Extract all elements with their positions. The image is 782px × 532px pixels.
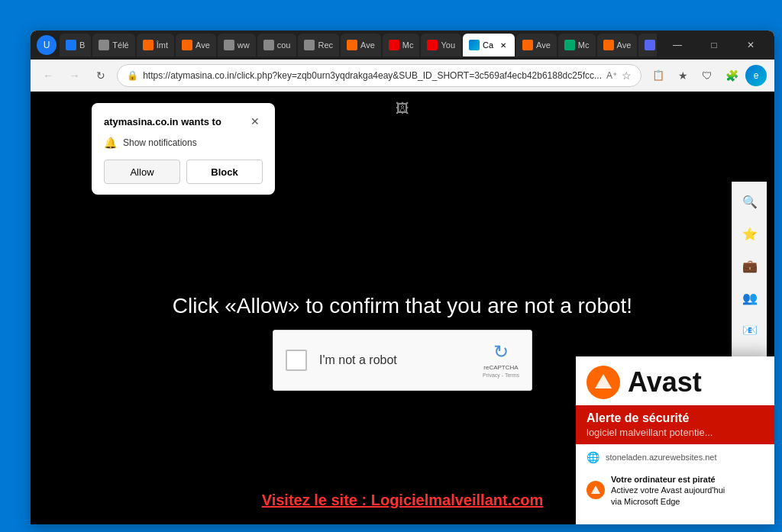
tab-you-icon bbox=[427, 40, 438, 50]
popup-close-button[interactable]: ✕ bbox=[247, 114, 263, 129]
tab-ca-label: Ca bbox=[483, 40, 493, 50]
recaptcha-logo: ↻ reCAPTCHAPrivacy - Terms bbox=[483, 341, 519, 379]
tab-ca-icon bbox=[469, 40, 480, 50]
tab-pre[interactable]: Pre bbox=[638, 34, 657, 56]
popup-notification-row: 🔔 Show notifications bbox=[104, 137, 263, 149]
maximize-button[interactable]: □ bbox=[696, 34, 732, 56]
tab-mc1-icon bbox=[389, 40, 399, 50]
refresh-button[interactable]: ↻ bbox=[91, 65, 111, 86]
tab-bar: B Télé Îmt Ave ww cou bbox=[60, 34, 657, 56]
tab-mc2-icon bbox=[564, 40, 575, 50]
tab-ww[interactable]: ww bbox=[218, 34, 256, 56]
avast-alert-bar: Alerte de sécurité logiciel malveillant … bbox=[576, 405, 774, 444]
recaptcha-icon: ↻ bbox=[493, 341, 509, 363]
browser-essentials-icon[interactable]: 🛡 bbox=[696, 65, 718, 86]
tab-imt[interactable]: Îmt bbox=[137, 34, 174, 56]
tab-rec[interactable]: Rec bbox=[298, 34, 339, 56]
avast-action-row: Votre ordinateur est piraté Activez votr… bbox=[576, 469, 774, 511]
avast-action-line1: Votre ordinateur est piraté bbox=[611, 475, 716, 484]
sidebar-shopping-icon[interactable]: 💼 bbox=[736, 252, 764, 279]
block-button[interactable]: Block bbox=[186, 160, 263, 184]
recaptcha-label: I'm not a robot bbox=[319, 353, 470, 367]
avast-edge-icon: 🌐 bbox=[586, 451, 599, 463]
tab-cou-icon bbox=[263, 40, 274, 50]
allow-button[interactable]: Allow bbox=[104, 160, 180, 184]
tab-mc2[interactable]: Mc bbox=[558, 34, 596, 56]
recaptcha-sub: Privacy - Terms bbox=[483, 372, 519, 378]
tab-ave4[interactable]: Ave bbox=[597, 34, 638, 56]
tab-ave2[interactable]: Ave bbox=[341, 34, 381, 56]
close-button[interactable]: ✕ bbox=[733, 34, 768, 56]
tab-cou[interactable]: cou bbox=[257, 34, 297, 56]
lock-icon: 🔒 bbox=[127, 70, 138, 81]
notification-popup: atymasina.co.in wants to ✕ 🔔 Show notifi… bbox=[92, 103, 275, 195]
tab-ave4-icon bbox=[603, 40, 614, 50]
popup-notification-text: Show notifications bbox=[123, 137, 197, 148]
main-text: Click «Allow» to confirm that you are no… bbox=[173, 293, 632, 318]
tab-ca-active[interactable]: Ca ✕ bbox=[463, 34, 515, 56]
back-button[interactable]: ← bbox=[38, 65, 58, 86]
tab-mc1[interactable]: Mc bbox=[383, 34, 420, 56]
tab-ave4-label: Ave bbox=[617, 40, 632, 50]
bottom-text: Visitez le site : Logicielmalveillant.co… bbox=[262, 492, 544, 509]
read-aloud-icon: A⁺ bbox=[606, 70, 617, 81]
tab-ave1[interactable]: Ave bbox=[176, 34, 216, 56]
tab-imt-label: Îmt bbox=[157, 40, 168, 50]
tab-ave3-icon bbox=[522, 40, 533, 50]
sidebar-outlook-icon[interactable]: 📧 bbox=[736, 316, 764, 343]
bell-icon: 🔔 bbox=[104, 137, 117, 149]
tab-ave2-icon bbox=[347, 40, 357, 50]
tab-rec-icon bbox=[304, 40, 315, 50]
tab-ave3-label: Ave bbox=[536, 40, 551, 50]
tab-mc1-label: Mc bbox=[402, 40, 414, 50]
tab-b-label: B bbox=[79, 40, 85, 50]
edge-icon[interactable]: e bbox=[745, 65, 767, 86]
tab-you-label: You bbox=[441, 40, 455, 50]
avast-action-text: Votre ordinateur est piraté Activez votr… bbox=[611, 474, 725, 507]
popup-buttons: Allow Block bbox=[104, 160, 263, 184]
avast-logo-icon bbox=[586, 366, 620, 399]
favorites-icon[interactable]: ★ bbox=[672, 65, 693, 86]
avast-brand-text: Avast bbox=[628, 369, 700, 396]
address-actions: 📋 ★ 🛡 🧩 e bbox=[648, 65, 767, 86]
sidebar-people-icon[interactable]: 👥 bbox=[736, 284, 764, 311]
recaptcha-checkbox[interactable] bbox=[286, 350, 307, 371]
tab-ave1-icon bbox=[182, 40, 192, 50]
tab-ave1-label: Ave bbox=[196, 40, 210, 50]
popup-header: atymasina.co.in wants to ✕ bbox=[104, 114, 263, 129]
address-bar: ← → ↻ 🔒 https://atymasina.co.in/click.ph… bbox=[31, 60, 774, 92]
tab-mc2-label: Mc bbox=[578, 40, 590, 50]
svg-marker-0 bbox=[595, 374, 612, 389]
profile-icon[interactable]: U bbox=[37, 35, 57, 55]
tab-cou-label: cou bbox=[277, 40, 291, 50]
window-controls: — □ ✕ bbox=[660, 34, 768, 56]
avast-notification: Avast Alerte de sécurité logiciel malvei… bbox=[576, 356, 774, 524]
sidebar-favorites-icon[interactable]: ⭐ bbox=[736, 220, 764, 247]
avast-action-line2: Activez votre Avast aujourd'hui bbox=[611, 485, 725, 495]
avast-detail-row: 🌐 stoneladen.azurewebsites.net bbox=[576, 444, 774, 469]
tab-tele[interactable]: Télé bbox=[92, 34, 134, 56]
bookmark-icon[interactable]: ☆ bbox=[622, 69, 632, 82]
url-bar[interactable]: 🔒 https://atymasina.co.in/click.php?key=… bbox=[117, 64, 641, 87]
minimize-button[interactable]: — bbox=[660, 34, 695, 56]
tab-ave3[interactable]: Ave bbox=[516, 34, 557, 56]
forward-button[interactable]: → bbox=[64, 65, 84, 86]
avast-header: Avast bbox=[576, 356, 774, 405]
avast-alert-subtitle: logiciel malveillant potentie... bbox=[586, 427, 764, 438]
title-bar: U B Télé Îmt Ave ww bbox=[31, 31, 774, 60]
recaptcha-brand: reCAPTCHAPrivacy - Terms bbox=[483, 364, 519, 379]
svg-marker-1 bbox=[591, 485, 600, 494]
tab-you[interactable]: You bbox=[421, 34, 461, 56]
extensions-icon[interactable]: 🧩 bbox=[721, 65, 742, 86]
tab-b[interactable]: B bbox=[60, 34, 91, 56]
tab-imt-icon bbox=[143, 40, 153, 50]
browser-window: U B Télé Îmt Ave ww bbox=[31, 31, 774, 524]
avast-action-logo bbox=[586, 481, 605, 499]
avast-alert-title: Alerte de sécurité bbox=[586, 411, 764, 425]
avast-action-line3: via Microsoft Edge bbox=[611, 497, 680, 506]
collections-icon[interactable]: 📋 bbox=[648, 65, 669, 86]
tab-tele-label: Télé bbox=[112, 40, 128, 50]
tab-ca-close-icon[interactable]: ✕ bbox=[498, 40, 509, 50]
sidebar-search-icon[interactable]: 🔍 bbox=[736, 188, 764, 215]
tab-ave2-label: Ave bbox=[360, 40, 375, 50]
